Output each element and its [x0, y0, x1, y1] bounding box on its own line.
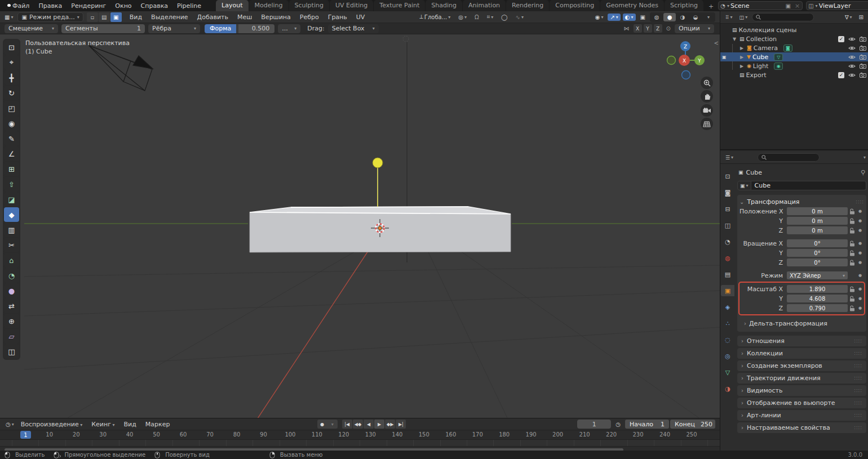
object-name-field[interactable]: ▣▾ Cube: [737, 181, 866, 190]
disclosure-icon[interactable]: ▶: [738, 64, 745, 69]
scale-tool-button[interactable]: ◰: [4, 101, 19, 115]
data-badge-icon[interactable]: ▽: [774, 54, 783, 61]
eye-icon[interactable]: [848, 64, 856, 69]
workspace-tab[interactable]: Geometry Nodes: [600, 0, 664, 11]
animate-dot[interactable]: ●: [857, 228, 863, 233]
proportional-editing-toggle[interactable]: ◯: [499, 14, 510, 21]
collapsed-panel-настраиваемые-свойства[interactable]: ›Настраиваемые свойства::::: [737, 422, 866, 433]
panel-grip-icon[interactable]: ::::: [854, 413, 862, 418]
viewport-3d[interactable]: Пользовательская перспектива (1) Cube ⊡⌖…: [0, 34, 720, 418]
play-button[interactable]: ▶: [374, 420, 384, 429]
annotate-tool-button[interactable]: ✎: [4, 131, 19, 146]
playhead[interactable]: 1: [20, 431, 31, 439]
collapsed-panel-коллекции[interactable]: ›Коллекции::::: [737, 348, 866, 359]
animate-dot[interactable]: ●: [857, 251, 863, 255]
options-dropdown[interactable]: Опции ▾: [675, 24, 714, 33]
transform-value-field[interactable]: 0 m: [787, 207, 848, 215]
use-preview-range-button[interactable]: ◷: [613, 421, 623, 428]
panel-grip-icon[interactable]: ::::: [856, 199, 864, 204]
timeline-ruler[interactable]: 1 10203040506070809010011012013014015016…: [0, 430, 720, 440]
shape-control[interactable]: Форма 0.500: [205, 24, 274, 33]
render-visibility-icon[interactable]: [860, 73, 866, 78]
transform-value-field[interactable]: 4.608: [787, 295, 848, 302]
bevel-tool-button[interactable]: ◆: [4, 207, 19, 222]
overlays-toggle[interactable]: ◐▾: [623, 14, 636, 21]
disclosure-icon[interactable]: ▶: [738, 55, 745, 60]
data-badge-icon[interactable]: ◉: [774, 63, 783, 70]
play-reverse-button[interactable]: ◀: [364, 420, 374, 429]
render-visibility-icon[interactable]: [860, 64, 866, 69]
rotation-mode-dropdown[interactable]: XYZ Эйлер▾: [787, 271, 848, 279]
workspace-tab[interactable]: Sculpting: [289, 0, 329, 11]
topbar-menu-item[interactable]: Правка: [34, 1, 67, 11]
frame-start-field[interactable]: Начало 1: [625, 420, 669, 429]
timeline-menu-item[interactable]: Вид: [119, 420, 141, 429]
chevron-down-icon[interactable]: ▾: [863, 155, 866, 160]
drag-mode-dropdown[interactable]: Select Box ▾: [328, 24, 379, 33]
perspective-toggle-button[interactable]: [701, 118, 713, 130]
workspace-tab[interactable]: Scripting: [665, 0, 703, 11]
object-data-tab[interactable]: ▽: [721, 367, 734, 378]
jump-to-end-button[interactable]: ▶|: [396, 420, 406, 429]
world-tab[interactable]: ◍: [721, 252, 734, 264]
topbar-menu-item[interactable]: Pipeline: [172, 1, 206, 11]
animate-dot[interactable]: ●: [857, 219, 863, 223]
viewport-menu-item[interactable]: Вершина: [256, 12, 295, 22]
camera-view-button[interactable]: [701, 104, 713, 117]
smooth-tool-button[interactable]: ●: [4, 283, 19, 298]
timeline-editor-type-button[interactable]: ◷▾: [3, 421, 16, 428]
workspace-tab[interactable]: Rendering: [506, 0, 549, 11]
add-workspace-button[interactable]: +: [704, 2, 718, 11]
shading-solid-button[interactable]: ●: [663, 13, 676, 21]
topbar-menu-item[interactable]: Справка: [136, 1, 172, 11]
object-type-icon[interactable]: ▣▾: [737, 181, 751, 190]
snap-toggle[interactable]: Ω: [472, 14, 481, 21]
falloff-icon[interactable]: ⊙: [664, 25, 673, 32]
collapsed-panel-отображение-во-вьюпорте[interactable]: ›Отображение во вьюпорте::::: [737, 398, 866, 408]
xray-toggle[interactable]: ▣: [638, 14, 648, 21]
collapsed-panel-траектории-движения[interactable]: ›Траектории движения::::: [737, 373, 866, 384]
object-tab[interactable]: ▣: [721, 285, 734, 296]
transform-value-field[interactable]: 0°: [787, 249, 848, 257]
transform-value-field[interactable]: 0 m: [787, 226, 848, 234]
edge-slide-tool-button[interactable]: ⇄: [4, 298, 19, 313]
add-cube-tool-button[interactable]: ⊞: [4, 162, 19, 176]
editor-type-button[interactable]: ▦▾: [2, 14, 15, 21]
animate-dot[interactable]: ●: [857, 273, 863, 278]
eye-icon[interactable]: [848, 46, 856, 51]
viewport-menu-item[interactable]: Добавить: [193, 12, 233, 22]
workspace-tab[interactable]: Shading: [426, 0, 462, 11]
delta-transform-panel-header[interactable]: › Дельта-трансформация: [739, 318, 864, 328]
transform-orientation-dropdown[interactable]: ⟂ Глоба...▾: [417, 13, 453, 21]
auto-keying-dropdown[interactable]: ▾: [327, 420, 338, 429]
jump-to-start-button[interactable]: |◀: [342, 420, 352, 429]
animate-dot[interactable]: ●: [857, 287, 863, 291]
viewlayer-selector[interactable]: ◫ ▾ ViewLayer ▣ ×: [806, 1, 868, 10]
shading-wireframe-button[interactable]: ◍: [650, 13, 663, 21]
shading-rendered-button[interactable]: ◒: [689, 13, 702, 21]
outliner-row-коллекция-сцены[interactable]: ▤Коллекция сцены: [720, 25, 868, 34]
sun-gizmo-icon[interactable]: [403, 36, 409, 42]
workspace-tab[interactable]: Texture Paint: [374, 0, 425, 11]
transform-value-field[interactable]: 0.790: [787, 304, 848, 312]
scene-selector[interactable]: ◔ ▾ Scene ▣ ×: [718, 1, 803, 10]
knife-tool-button[interactable]: ✂: [4, 238, 19, 252]
timeline-menu-item[interactable]: Маркер: [141, 420, 175, 429]
vertex-select-button[interactable]: ▫: [87, 12, 98, 22]
timeline-tracks[interactable]: [0, 440, 720, 447]
panel-grip-icon[interactable]: ::::: [854, 363, 862, 368]
eye-icon[interactable]: [848, 37, 856, 42]
panel-grip-icon[interactable]: ::::: [854, 351, 862, 356]
outliner-display-mode-dropdown[interactable]: ◫▾: [737, 14, 750, 21]
shape-value[interactable]: 0.500: [238, 24, 274, 33]
workspace-tab[interactable]: Layout: [216, 0, 248, 11]
collapsed-panel-отношения[interactable]: ›Отношения::::: [737, 336, 866, 346]
axis-y-neg-ball[interactable]: [667, 56, 676, 65]
lock-icon[interactable]: [849, 305, 855, 311]
render-visibility-icon[interactable]: [860, 55, 866, 60]
scene-tab[interactable]: ◔: [721, 236, 734, 247]
zoom-button[interactable]: [701, 77, 713, 89]
tweak-select-tool-button[interactable]: ⊡: [4, 40, 19, 55]
close-icon[interactable]: ×: [792, 2, 802, 10]
edges-dropdown[interactable]: Рёбра ▾: [148, 24, 200, 33]
